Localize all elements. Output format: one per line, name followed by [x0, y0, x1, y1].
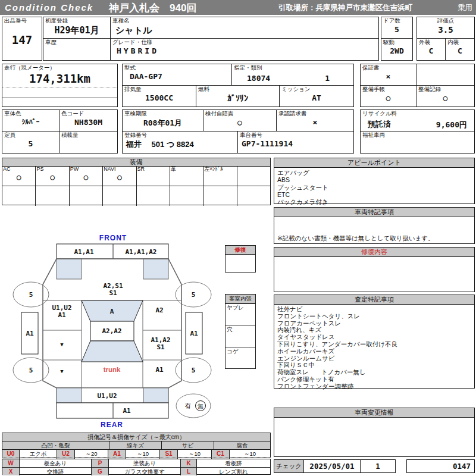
displacement-label: 排気量 [123, 86, 196, 93]
displacement-value: 1500CC [123, 93, 196, 102]
model-code-value: DAA-GP7 [123, 72, 231, 81]
class-label: 指定・類別 [232, 64, 353, 72]
legend-code: G [91, 468, 108, 475]
equipment-table: 装備 AC○ PS○ PW○ NAVI○ SR 革 左ﾊﾝﾄﾞﾙ [2, 158, 271, 205]
equipment-empty-cell [35, 186, 68, 206]
equipment-empty-cell [69, 186, 102, 206]
fuel-value: ｶﾞｿﾘﾝ [196, 93, 279, 103]
front-bumper-left-mark: A1,A1 [74, 248, 93, 256]
sheet-number-box: 0147 [406, 459, 475, 473]
change-info-section: 車両変更情報 [274, 408, 475, 457]
change-info-title: 車両変更情報 [274, 408, 474, 418]
inspection-value: R08年01月 [123, 118, 203, 129]
legend-group-dents: 凸凹・亀裂 [2, 441, 109, 449]
grade-value: HYBRID [111, 46, 378, 55]
exterior-grade-value: C [417, 46, 445, 55]
drive-value: 2WD [381, 46, 412, 55]
doors-box: ドア数 5 [381, 17, 413, 39]
rear-bumper [57, 403, 168, 418]
doors-label: ドア数 [381, 17, 412, 25]
class-box: 指定・類別 18074 1 [231, 64, 354, 86]
legend-desc: ～10 [229, 450, 270, 458]
fuel-label: 燃料 [196, 86, 279, 93]
legend-code: C1 [211, 450, 229, 458]
first-registration-label: 初度登録 [43, 17, 110, 25]
legend-desc: 塗装あり [108, 459, 180, 467]
legend-group-scratch: 線キズ [109, 441, 161, 449]
load-label: 積載量 [60, 131, 117, 139]
lot-number-value: 147 [2, 33, 42, 46]
lot-number-label: 出品番号 [2, 17, 42, 25]
check-row: チェック 2025/05/01 1 [274, 459, 396, 473]
mileage-value: 174,311km [2, 72, 117, 85]
load-box: 積載量 [59, 131, 118, 154]
sheet-number: 0147 [407, 460, 474, 472]
front-label: FRONT [99, 234, 127, 242]
maintenance-record-label: 整備記録 [416, 86, 474, 93]
front-right-corner-shade [143, 259, 168, 279]
model-name-box: 車種名 シャトル [110, 17, 379, 39]
inspection-label: 車検期限 [123, 110, 203, 118]
damage-legend-table: 損傷記号＆損傷サイズ（～最大cm） 凸凹・亀裂 線キズ サビ 腐食 U0 エクボ… [2, 433, 271, 458]
equipment-cell-ac: AC○ [2, 167, 35, 186]
maintenance-book-label: 整備手帳 [361, 86, 416, 93]
legend-code: X [2, 468, 19, 475]
model-code-box: 型式 DAA-GP7 [122, 64, 232, 86]
rear-right-corner-shade [143, 388, 168, 403]
body-color-value: ｼﾙﾊﾞｰ [2, 118, 59, 126]
transmission-label: ミッション [280, 86, 353, 93]
legend-codes-row1: U0 エクボ U2 ～20 A1 ～10 S1 ～10 C1 ～10 [2, 449, 270, 458]
interior-grade-box: 内装 C [445, 38, 475, 61]
equipment-cell-sr: SR [136, 167, 170, 186]
equipment-mark: ○ [70, 173, 102, 181]
vehicle-notes-section: 車両特記事項 ※記載のない書類・機器等は無しとして取り扱います。 [274, 207, 475, 244]
score-value: 3.5 [417, 25, 474, 35]
color-code-box: 色コード NH830M [59, 109, 118, 131]
vehicle-notes-title: 車両特記事項 [274, 208, 474, 217]
rear-left-corner-shade [57, 388, 82, 403]
score-label: 評価点 [417, 17, 474, 25]
left-quarter-repair-mark: ▼ [60, 368, 64, 374]
cabin-item-hole: 穴 [226, 325, 255, 347]
cabin-lining-title: 客室内張 [226, 295, 255, 303]
model-name-label: 車種名 [111, 17, 378, 25]
legend-code: L [180, 468, 196, 475]
rear-bumper-right-mark: A1 [123, 407, 131, 415]
equipment-empty-cell [2, 186, 35, 206]
approval-box: 承認請求書 × [276, 109, 354, 131]
legend-title-row: 損傷記号＆損傷サイズ（～最大cm） [2, 433, 270, 441]
legend-desc: 交換跡 [19, 468, 91, 475]
rear-panel-mark: U1,U2 [97, 392, 117, 400]
body-color-box: 車体色 ｼﾙﾊﾞｰ [2, 109, 60, 131]
equipment-empty-cell [170, 186, 203, 206]
history-box: 車歴 [43, 38, 111, 61]
check-label: チェック [274, 460, 304, 472]
registration-label: 登録番号 [123, 131, 237, 139]
rear-window [82, 341, 143, 362]
displacement-box: 排気量 1500CC [122, 85, 196, 107]
equipment-cell-extra [237, 167, 270, 186]
warranty-box: 保証書 × [360, 64, 416, 86]
repair-content-body [274, 257, 474, 259]
registration-value: 福井 501 つ 8824 [123, 139, 237, 150]
damage-marks-table: W 板金あり P 塗装あり K 看板跡 X 交換跡 G ガラス交換要す L レン… [2, 459, 271, 475]
tire-depth-rl: 5 [29, 367, 33, 374]
equipment-mark: ○ [36, 173, 68, 181]
legend-desc: 看板跡 [196, 459, 270, 467]
exterior-grade-box: 外装 C [416, 38, 446, 61]
legend-group-row: 凸凹・亀裂 線キズ サビ 腐食 [2, 441, 270, 449]
marks-row1: W 板金あり P 塗装あり K 看板跡 [2, 459, 270, 467]
equipment-empty-cell [102, 186, 136, 206]
model-name-value: シャトル [111, 25, 378, 36]
cabin-lining-box: 客室内張 ヤブレ 穴 コゲ [225, 294, 256, 369]
grade-box: グレード・仕様 HYBRID [110, 38, 379, 61]
equipment-cell-pw: PW○ [69, 167, 102, 186]
first-registration-value: H29年01月 [43, 25, 110, 36]
drive-label: 駆動 [381, 39, 412, 46]
capacity-box: 定員 5 [2, 131, 60, 154]
recycle-fee-label: リサイクル料 [361, 110, 474, 118]
fuel-box: 燃料 ｶﾞｿﾘﾝ [196, 85, 280, 107]
repair-flag-title: 修復 [226, 246, 255, 255]
approval-label: 承認請求書 [277, 110, 353, 118]
legend-desc: ～20 [74, 450, 108, 458]
